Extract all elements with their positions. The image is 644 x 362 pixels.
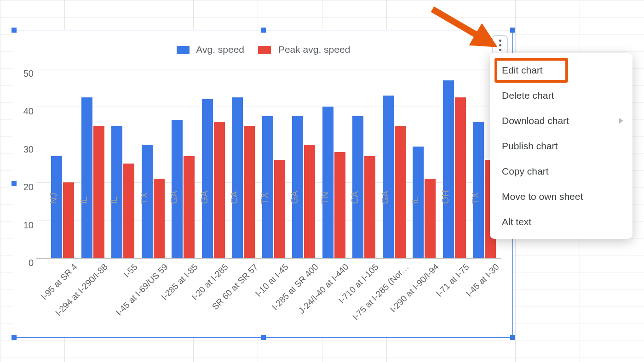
bar [93,126,104,258]
bar [352,116,363,258]
bar [232,97,243,258]
state-label: GA [199,191,210,204]
state-label: IL [79,196,89,204]
menu-publish-chart[interactable]: Publish chart [490,133,632,158]
menu-label: Download chart [502,115,569,126]
state-label: TN [320,192,330,204]
menu-label: Move to own sheet [502,191,583,202]
bar [383,96,394,258]
y-axis: 01020304050 [18,69,36,258]
bar [111,126,122,258]
legend-item: Peak avg. speed [258,44,350,55]
bar [473,122,484,258]
y-tick-label: 10 [15,220,34,230]
bar [172,120,183,258]
menu-delete-chart[interactable]: Delete chart [490,83,632,108]
menu-alt-text[interactable]: Alt text [490,209,632,234]
y-tick-label: 0 [15,258,34,268]
state-label: IL [109,196,119,204]
bar [274,160,285,258]
y-tick-label: 20 [15,182,34,192]
resize-handle-tr[interactable] [510,28,515,33]
bar-group: GA [200,69,230,258]
bar [214,122,225,258]
bar [184,156,195,258]
chart-legend: Avg. speed Peak avg. speed [14,44,512,55]
bar-group: OH [441,69,472,258]
y-tick-label: 50 [15,68,34,79]
menu-download-chart[interactable]: Download chart [490,108,632,133]
bar-group: TX [140,69,170,258]
bar-group: GA [170,69,200,258]
bar-group: IL [80,69,110,258]
state-label: TX [259,192,270,204]
bar [443,80,454,258]
bar [292,116,303,258]
y-tick-label: 30 [15,144,34,154]
bar-group: IL [411,69,441,258]
bar [304,145,315,258]
menu-label: Edit chart [502,65,543,76]
bar [395,126,406,258]
bar-group: CA [230,69,260,258]
legend-label: Peak avg. speed [278,44,350,55]
bar [244,126,255,258]
menu-label: Copy chart [502,166,549,177]
bar [262,116,273,258]
bar [425,179,436,258]
x-axis: I-95 at SR 4I-294 at I-290/I-88I-55I-45 … [49,262,501,335]
resize-handle-tl[interactable] [12,28,17,33]
kebab-dot-icon [499,40,501,42]
state-label: OH [440,190,451,204]
bar [322,107,334,258]
bar-group: IL [109,69,140,258]
bar [123,164,134,258]
menu-move-to-own-sheet[interactable]: Move to own sheet [490,184,632,209]
state-label: CA [229,191,240,204]
menu-copy-chart[interactable]: Copy chart [490,158,632,184]
menu-label: Delete chart [502,90,554,101]
state-label: GA [289,191,300,204]
state-label: NJ [48,193,59,204]
bar-group: CA [351,69,381,258]
chart-context-menu: Edit chart Delete chart Download chart P… [490,53,632,239]
legend-swatch [258,46,271,54]
bar [51,156,62,258]
legend-item: Avg. speed [177,44,244,55]
bar-group: GA [381,69,411,258]
legend-swatch [177,46,190,54]
bar [364,156,375,258]
bar-group: NJ [49,69,80,258]
menu-label: Publish chart [502,141,558,152]
state-label: GA [169,191,179,204]
gridline [36,258,501,259]
bar-group: GA [290,69,321,258]
bar [154,179,165,258]
resize-handle-tm[interactable] [261,28,266,33]
menu-label: Alt text [502,216,531,227]
bar-group: TX [260,69,291,258]
submenu-arrow-icon [619,118,623,124]
bars-container: NJILILTXGAGACATXGATNCAGAILOHTX [49,69,501,258]
state-label: GA [380,191,391,204]
resize-handle-bl[interactable] [12,335,17,340]
bar [202,99,213,258]
menu-edit-chart[interactable]: Edit chart [490,57,632,83]
plot-area: 01020304050 NJILILTXGAGACATXGATNCAGAILOH… [36,69,501,258]
state-label: TX [139,192,150,204]
bar-group: TN [321,69,351,258]
bar [63,182,74,258]
chart-object[interactable]: Avg. speed Peak avg. speed 01020304050 N… [14,30,513,338]
bar [455,97,466,258]
state-label: CA [350,191,360,204]
resize-handle-br[interactable] [510,335,515,340]
bar [334,152,345,258]
state-label: IL [410,196,420,204]
bar [81,97,92,258]
y-tick-label: 40 [15,106,34,117]
state-label: TX [470,192,481,204]
legend-label: Avg. speed [196,44,244,55]
resize-handle-bm[interactable] [261,335,266,340]
